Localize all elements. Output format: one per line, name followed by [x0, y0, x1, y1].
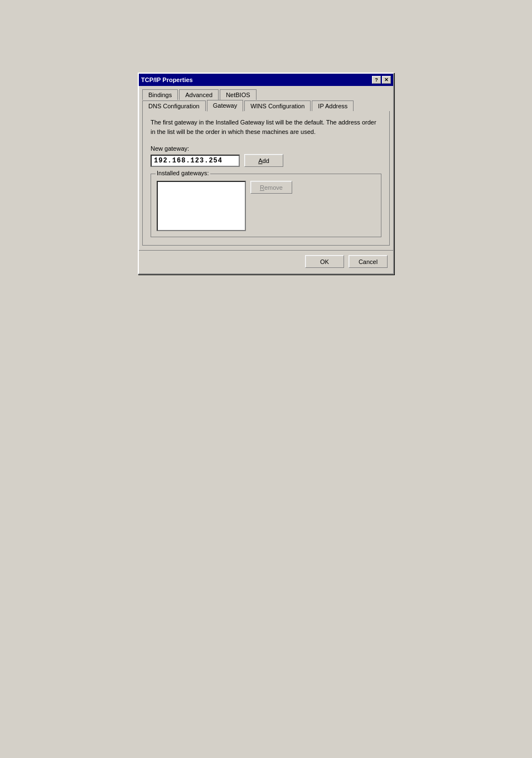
title-bar: TCP/IP Properties ? ✕ [139, 74, 393, 86]
panel-body: The first gateway in the Installed Gatew… [142, 111, 390, 246]
help-button[interactable]: ? [372, 76, 381, 84]
footer-buttons: OK Cancel [139, 250, 393, 274]
tab-netbios[interactable]: NetBIOS [220, 89, 256, 100]
new-gateway-label: New gateway: [151, 145, 381, 152]
tab-bindings[interactable]: Bindings [142, 89, 178, 100]
tab-gateway[interactable]: Gateway [207, 100, 243, 112]
dialog-window: TCP/IP Properties ? ✕ Bindings Advanced … [138, 73, 394, 275]
title-bar-text: TCP/IP Properties [141, 76, 193, 83]
installed-gateways-list[interactable] [157, 181, 246, 231]
title-bar-buttons: ? ✕ [372, 76, 391, 84]
add-button[interactable]: Add [244, 154, 283, 167]
tab-wins-configuration[interactable]: WINS Configuration [244, 100, 311, 111]
tab-dns-configuration[interactable]: DNS Configuration [142, 100, 206, 111]
new-gateway-row: Add [151, 154, 381, 167]
tab-advanced[interactable]: Advanced [179, 89, 219, 100]
remove-button[interactable]: Remove [250, 181, 292, 194]
tab-ip-address[interactable]: IP Address [312, 100, 354, 111]
tabs-wrapper: Bindings Advanced NetBIOS DNS Configurat… [139, 86, 393, 111]
info-text: The first gateway in the Installed Gatew… [151, 118, 381, 136]
close-button[interactable]: ✕ [382, 76, 391, 84]
cancel-button[interactable]: Cancel [349, 255, 388, 268]
installed-gateways-label: Installed gateways: [156, 170, 210, 176]
installed-gateways-group: Installed gateways: Remove [151, 174, 381, 237]
group-box-inner: Remove [157, 181, 375, 231]
tab-row-2: DNS Configuration Gateway WINS Configura… [142, 100, 390, 111]
new-gateway-input[interactable] [151, 155, 240, 167]
ok-button[interactable]: OK [305, 255, 344, 268]
tab-row-1: Bindings Advanced NetBIOS [142, 89, 390, 100]
